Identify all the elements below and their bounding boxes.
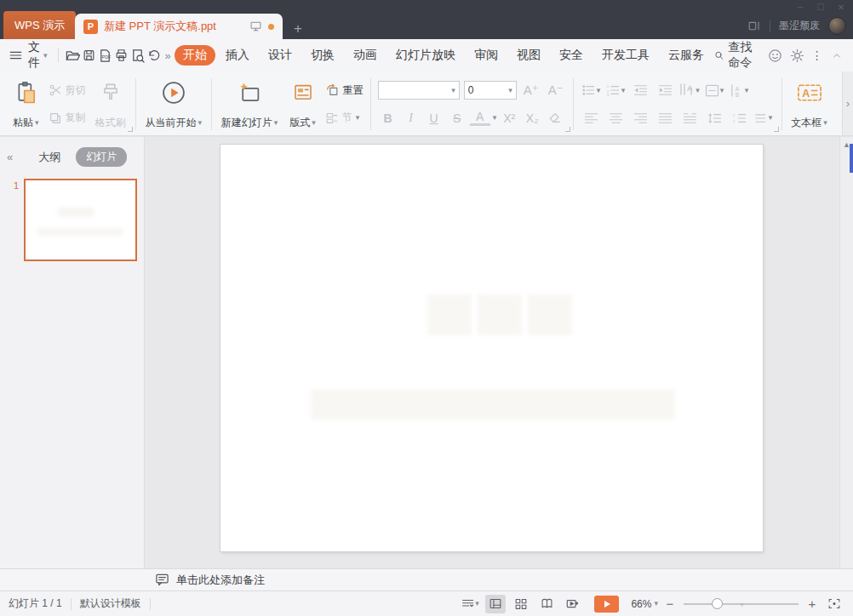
chevron-down-icon[interactable]: ▾ — [493, 114, 497, 122]
font-name-select[interactable]: ▾ — [378, 81, 460, 100]
tab-transition[interactable]: 切换 — [302, 45, 343, 66]
reading-view-button[interactable] — [536, 595, 557, 613]
print-preview-icon[interactable] — [130, 45, 145, 66]
decrease-font-button[interactable]: A⁻ — [546, 81, 566, 100]
align-left-button[interactable] — [579, 109, 604, 128]
zoom-out-button[interactable]: − — [663, 596, 677, 611]
line-spacing-button[interactable] — [702, 109, 727, 128]
new-slide-button[interactable]: 新建幻灯片▾ — [219, 77, 281, 132]
tab-animation[interactable]: 动画 — [345, 45, 386, 66]
clear-format-button[interactable] — [545, 109, 565, 128]
tab-insert[interactable]: 插入 — [217, 45, 258, 66]
maximize-button[interactable]: ☐ — [810, 0, 831, 14]
layout-button[interactable]: 版式▾ — [287, 77, 318, 132]
tab-devtools[interactable]: 开发工具 — [593, 45, 658, 66]
textbox-button[interactable]: A 文本框▾ — [788, 77, 830, 132]
group-expander[interactable] — [565, 127, 570, 132]
tab-cloud[interactable]: 云服务 — [660, 45, 713, 66]
export-pdf-icon[interactable]: PDF — [98, 45, 112, 66]
reset-button[interactable]: 重置 — [325, 83, 364, 98]
align-center-button[interactable] — [604, 109, 628, 128]
tab-slideshow[interactable]: 幻灯片放映 — [387, 45, 464, 66]
copy-button[interactable]: 复制 — [49, 111, 86, 125]
format-painter-button[interactable]: 格式刷 — [93, 77, 129, 132]
group-expander[interactable] — [774, 127, 779, 132]
zoom-slider[interactable]: + — [684, 596, 799, 613]
italic-button[interactable]: I — [401, 109, 421, 128]
more-commands-icon[interactable]: » — [163, 45, 173, 66]
settings-gear-icon[interactable] — [790, 45, 804, 66]
zoom-level[interactable]: 66%▾ — [631, 598, 658, 610]
align-right-button[interactable] — [628, 109, 653, 128]
document-tab[interactable]: P 新建 PPT 演示文稿.ppt — [75, 14, 283, 39]
ribbon-scroll-right[interactable]: › — [842, 71, 853, 135]
font-color-button[interactable]: A — [470, 110, 490, 126]
template-name[interactable]: 默认设计模板 — [80, 596, 141, 611]
paragraph-spacing-button[interactable]: 12 — [727, 109, 752, 128]
group-expander[interactable] — [128, 127, 133, 132]
cut-button[interactable]: 剪切 — [49, 83, 86, 98]
vertical-scrollbar[interactable]: ▲ — [839, 137, 853, 568]
tab-security[interactable]: 安全 — [551, 45, 592, 66]
slide-thumbnail[interactable] — [24, 179, 137, 261]
tab-design[interactable]: 设计 — [260, 45, 301, 66]
superscript-button[interactable]: X² — [499, 109, 519, 128]
section-button[interactable]: 节 ▾ — [325, 111, 364, 125]
slide-sorter-button[interactable] — [511, 595, 531, 613]
search-command[interactable]: 查找命令 — [714, 40, 761, 71]
hamburger-menu-icon[interactable] — [9, 45, 23, 66]
collapse-panel-icon[interactable]: « — [7, 151, 13, 163]
notes-placeholder[interactable]: 单击此处添加备注 — [176, 573, 265, 588]
slider-handle[interactable] — [712, 598, 723, 609]
wps-app-button[interactable]: WPS 演示 — [3, 11, 76, 39]
bullets-button[interactable]: ▾ — [579, 81, 604, 100]
file-menu[interactable]: 文件▾ — [25, 40, 51, 71]
zoom-in-button[interactable]: + — [805, 596, 819, 611]
text-direction-button[interactable]: A ▾ — [678, 81, 702, 100]
normal-view-button[interactable] — [485, 595, 506, 613]
fit-to-window-button[interactable] — [824, 595, 844, 613]
tab-outline[interactable]: 大纲 — [38, 150, 60, 165]
new-tab-button[interactable]: + — [294, 20, 302, 37]
collapse-ribbon-icon[interactable] — [830, 45, 844, 66]
undo-icon[interactable] — [146, 45, 161, 66]
increase-indent-button[interactable] — [653, 81, 678, 100]
tab-view[interactable]: 视图 — [508, 45, 549, 66]
vertical-text-button[interactable]: AB ▾ — [727, 81, 752, 100]
subscript-button[interactable]: X₂ — [522, 109, 542, 128]
clipboard-group: 粘贴▾ 剪切 复制 格式刷 — [3, 75, 135, 134]
tab-slides[interactable]: 幻灯片 — [76, 147, 127, 167]
increase-font-button[interactable]: A⁺ — [521, 81, 541, 100]
underline-button[interactable]: U — [424, 109, 444, 128]
username[interactable]: 墨涩颓废 — [779, 19, 820, 33]
slide-canvas[interactable]: ▲ — [145, 137, 853, 568]
feedback-smiley-icon[interactable] — [768, 45, 782, 66]
print-icon[interactable] — [114, 45, 129, 66]
more-menu-icon[interactable]: ⋮ — [811, 48, 823, 62]
numbering-button[interactable]: 123 ▾ — [604, 81, 628, 100]
paste-button[interactable]: 粘贴▾ — [10, 77, 42, 132]
tab-review[interactable]: 审阅 — [466, 45, 507, 66]
decrease-indent-button[interactable] — [628, 81, 653, 100]
notes-toggle-button[interactable]: ▾ — [460, 595, 480, 613]
scrollbar-thumb[interactable] — [850, 144, 853, 173]
notes-bar[interactable]: 单击此处添加备注 — [0, 568, 853, 590]
dock-panel-icon[interactable] — [747, 20, 761, 32]
play-slideshow-button[interactable] — [594, 596, 619, 613]
open-file-icon[interactable] — [65, 45, 80, 66]
distribute-button[interactable] — [678, 109, 702, 128]
strikethrough-button[interactable]: S — [447, 109, 467, 128]
slideshow-view-button[interactable] — [562, 595, 582, 613]
minimize-button[interactable]: ─ — [790, 0, 810, 14]
tab-home[interactable]: 开始 — [175, 45, 215, 66]
justify-button[interactable] — [653, 109, 678, 128]
save-icon[interactable] — [82, 45, 96, 66]
spacing-options-button[interactable]: ▾ — [752, 109, 776, 128]
bold-button[interactable]: B — [378, 109, 398, 128]
slide[interactable] — [220, 145, 763, 551]
close-button[interactable]: ✕ — [831, 0, 851, 14]
avatar[interactable] — [828, 17, 846, 35]
align-text-button[interactable]: ▾ — [702, 81, 727, 100]
font-size-select[interactable]: 0▾ — [464, 81, 517, 100]
play-from-current-button[interactable]: 从当前开始▾ — [142, 77, 204, 132]
